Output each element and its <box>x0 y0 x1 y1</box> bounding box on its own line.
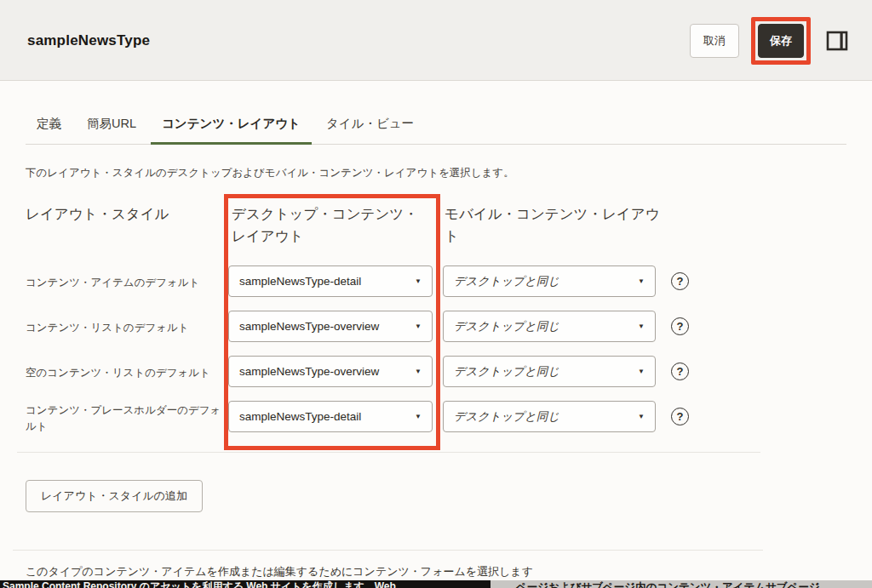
header-actions: 取消 保存 <box>690 0 848 81</box>
desktop-layout-select-content-item[interactable]: sampleNewsType-detail ▼ <box>228 265 433 297</box>
divider <box>17 452 760 453</box>
row-label-content-placeholder-default: コンテンツ・プレースホルダーのデフォルト <box>26 402 223 435</box>
column-header-desktop-layout: デスクトップ・コンテンツ・レイアウト <box>232 203 431 247</box>
save-button[interactable]: 保存 <box>758 24 804 58</box>
column-header-layout-style: レイアウト・スタイル <box>26 203 217 225</box>
selected-value: デスクトップと同じ <box>454 364 559 380</box>
desktop-layout-select-content-list[interactable]: sampleNewsType-overview ▼ <box>228 311 433 342</box>
help-icon[interactable]: ? <box>671 363 689 380</box>
selected-value: デスクトップと同じ <box>454 274 559 289</box>
tab-friendly-url[interactable]: 簡易URL <box>76 116 147 144</box>
selected-value: sampleNewsType-overview <box>239 365 379 378</box>
bottom-overlay-bar: Sample Content Repository のアセットを利用する Web… <box>0 580 872 588</box>
selected-value: sampleNewsType-overview <box>239 320 379 333</box>
chevron-down-icon: ▼ <box>638 323 645 330</box>
page-title: sampleNewsType <box>27 32 150 49</box>
tab-bar: 定義 簡易URL コンテンツ・レイアウト タイル・ビュー <box>26 108 846 145</box>
mobile-layout-select-content-item[interactable]: デスクトップと同じ ▼ <box>443 265 656 297</box>
tab-tile-view[interactable]: タイル・ビュー <box>315 116 425 144</box>
bottom-bar-right-text: ページおよびサブページ内のコンテンツ・アイテムサブページ <box>490 580 872 588</box>
mobile-layout-select-content-list[interactable]: デスクトップと同じ ▼ <box>443 311 656 342</box>
help-icon[interactable]: ? <box>671 272 689 290</box>
app-header: sampleNewsType 取消 保存 <box>0 0 872 81</box>
row-label-content-list-default: コンテンツ・リストのデフォルト <box>26 320 223 336</box>
row-label-empty-content-list-default: 空のコンテンツ・リストのデフォルト <box>26 365 223 381</box>
chevron-down-icon: ▼ <box>638 368 645 375</box>
tab-content-layout[interactable]: コンテンツ・レイアウト <box>151 116 312 144</box>
help-icon[interactable]: ? <box>671 408 689 425</box>
add-layout-style-button[interactable]: レイアウト・スタイルの追加 <box>26 480 203 512</box>
row-label-content-item-default: コンテンツ・アイテムのデフォルト <box>26 275 223 291</box>
mobile-layout-select-empty-content-list[interactable]: デスクトップと同じ ▼ <box>443 356 656 387</box>
bottom-bar-left-text: Sample Content Repository のアセットを利用する Web… <box>0 580 490 588</box>
chevron-down-icon: ▼ <box>638 413 645 420</box>
tab-definition[interactable]: 定義 <box>26 116 72 144</box>
selected-value: sampleNewsType-detail <box>239 410 361 423</box>
cancel-button[interactable]: 取消 <box>690 24 739 58</box>
selected-value: デスクトップと同じ <box>454 319 559 334</box>
chevron-down-icon: ▼ <box>415 413 422 420</box>
chevron-down-icon: ▼ <box>638 277 645 285</box>
chevron-down-icon: ▼ <box>415 323 422 330</box>
help-icon[interactable]: ? <box>671 317 689 335</box>
content-form-section-text: このタイプのコンテンツ・アイテムを作成または編集するためにコンテンツ・フォームを… <box>26 564 533 579</box>
side-panel-icon[interactable] <box>826 31 848 51</box>
chevron-down-icon: ▼ <box>415 368 422 375</box>
selected-value: sampleNewsType-detail <box>239 275 361 288</box>
mobile-layout-select-content-placeholder[interactable]: デスクトップと同じ ▼ <box>443 401 656 432</box>
divider <box>13 550 763 551</box>
desktop-layout-select-content-placeholder[interactable]: sampleNewsType-detail ▼ <box>228 401 433 432</box>
desktop-layout-select-empty-content-list[interactable]: sampleNewsType-overview ▼ <box>228 356 433 387</box>
layout-section-description: 下のレイアウト・スタイルのデスクトップおよびモバイル・コンテンツ・レイアウトを選… <box>26 166 514 180</box>
chevron-down-icon: ▼ <box>415 277 422 285</box>
column-header-mobile-layout: モバイル・コンテンツ・レイアウト <box>445 203 664 247</box>
annotation-box-save: 保存 <box>751 17 811 65</box>
selected-value: デスクトップと同じ <box>454 409 559 425</box>
